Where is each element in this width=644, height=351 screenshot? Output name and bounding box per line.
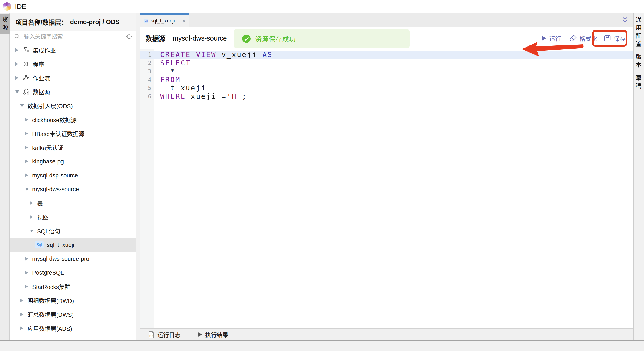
tree-item-label: 视图: [37, 213, 49, 221]
tab-close-icon[interactable]: ×: [182, 18, 186, 24]
project-layer-value: demo-proj / ODS: [70, 18, 120, 26]
code-text: *: [154, 67, 633, 76]
run-label: 运行: [549, 34, 561, 43]
code-text: WHERE xueji ='H';: [154, 92, 633, 100]
top-bar: IDE: [0, 0, 644, 13]
tree-item-kingbase-pg[interactable]: kingbase-pg: [10, 154, 136, 168]
tree-item-sql_t_xueji[interactable]: Sqlsql_t_xueji: [10, 238, 136, 252]
editor-area: Sql sql_t_xueji × 数据源 mysql-dws-source 资…: [140, 13, 634, 340]
tree-item-label: mysql-dws-source-pro: [32, 256, 89, 262]
tree-item-PostgreSQL[interactable]: PostgreSQL: [10, 266, 136, 280]
caret-right-icon[interactable]: [15, 62, 20, 66]
datasource-value[interactable]: mysql-dws-source: [173, 27, 227, 50]
tree-item-集成作业[interactable]: 集成作业: [10, 43, 136, 57]
tree-item-汇总数据层(DWS)[interactable]: 汇总数据层(DWS): [10, 308, 136, 321]
code-line-4[interactable]: 4FROM: [140, 76, 633, 84]
tree-item-kafka无认证[interactable]: kafka无认证: [10, 140, 136, 154]
tree-item-label: 明细数据层(DWD): [27, 296, 74, 305]
tree-item-mysql-dsp-source[interactable]: mysql-dsp-source: [10, 168, 136, 182]
caret-right-icon[interactable]: [20, 312, 24, 316]
editor-toolbar: 数据源 mysql-dws-source 资源保存成功 运行: [140, 27, 633, 50]
tree-item-SQL语句[interactable]: SQL语句: [10, 224, 136, 238]
caret-right-icon[interactable]: [15, 76, 20, 80]
tree-item-label: 集成作业: [33, 46, 56, 54]
tree-item-label: sql_t_xueji: [47, 242, 74, 248]
code-text: SELECT: [154, 59, 633, 67]
format-button[interactable]: 格式化: [569, 27, 598, 50]
caret-right-icon[interactable]: [25, 174, 29, 177]
log-file-icon: LOG: [147, 330, 155, 338]
app-title: IDE: [15, 2, 26, 10]
caret-down-icon[interactable]: [15, 90, 20, 94]
caret-down-icon[interactable]: [20, 104, 24, 107]
run-log-label: 运行日志: [158, 330, 180, 339]
save-button[interactable]: 保存: [604, 27, 626, 50]
bottom-strip: [0, 340, 644, 351]
gear-icon: [22, 60, 30, 68]
caret-right-icon[interactable]: [15, 48, 20, 52]
tree-item-label: 表: [37, 199, 43, 207]
caret-right-icon[interactable]: [25, 160, 29, 163]
activity-tab-resources[interactable]: 资源: [0, 14, 10, 34]
caret-right-icon[interactable]: [25, 118, 29, 122]
caret-right-icon[interactable]: [20, 298, 24, 302]
caret-right-icon[interactable]: [30, 215, 34, 219]
tree-item-明细数据层(DWD)[interactable]: 明细数据层(DWD): [10, 294, 136, 308]
collapse-double-chevron-icon[interactable]: [621, 16, 629, 24]
locate-icon[interactable]: [126, 33, 133, 40]
code-editor[interactable]: 1CREATE VIEW v_xueji AS2SELECT3 *4FROM5 …: [140, 50, 633, 328]
caret-right-icon[interactable]: [25, 146, 29, 149]
code-line-6[interactable]: 6WHERE xueji ='H';: [140, 92, 633, 100]
tree-item-label: SQL语句: [37, 227, 60, 235]
caret-down-icon[interactable]: [30, 230, 34, 232]
code-line-1[interactable]: 1CREATE VIEW v_xueji AS: [140, 50, 633, 59]
tree-item-StarRocks集群[interactable]: StarRocks集群: [10, 280, 136, 294]
side-tab-version[interactable]: 版本: [634, 54, 644, 70]
tree-item-mysql-dws-source[interactable]: mysql-dws-source: [10, 182, 136, 196]
code-text: CREATE VIEW v_xueji AS: [154, 50, 633, 59]
code-line-5[interactable]: 5 t_xueji: [140, 84, 633, 92]
tab-label: sql_t_xueji: [151, 18, 175, 24]
tree-item-作业流[interactable]: 作业流: [10, 71, 136, 85]
tree-item-label: 汇总数据层(DWS): [27, 310, 74, 318]
sql-file-icon: Sql: [144, 19, 148, 23]
tree-item-数据引入层(ODS)[interactable]: 数据引入层(ODS): [10, 99, 136, 113]
run-button[interactable]: 运行: [541, 27, 561, 50]
tree-item-label: 数据引入层(ODS): [27, 102, 73, 110]
caret-right-icon[interactable]: [25, 271, 29, 274]
tree-item-视图[interactable]: 视图: [10, 210, 136, 224]
caret-right-icon[interactable]: [20, 326, 24, 330]
tree-item-表[interactable]: 表: [10, 196, 136, 210]
side-tab-draft[interactable]: 草稿: [634, 75, 644, 91]
caret-down-icon[interactable]: [25, 188, 29, 191]
tree-item-HBase带认证数据源[interactable]: HBase带认证数据源: [10, 126, 136, 140]
code-line-3[interactable]: 3 *: [140, 67, 633, 76]
caret-right-icon[interactable]: [25, 257, 29, 260]
datasource-icon: [22, 88, 30, 96]
code-line-2[interactable]: 2SELECT: [140, 59, 633, 67]
exec-result-tab[interactable]: 执行结果: [197, 330, 228, 339]
line-number: 2: [140, 59, 154, 67]
side-separator: [635, 92, 642, 92]
caret-right-icon[interactable]: [30, 201, 34, 205]
line-number: 5: [140, 84, 154, 92]
caret-right-icon[interactable]: [25, 132, 29, 136]
run-log-tab[interactable]: LOG 运行日志: [147, 330, 180, 339]
integration-icon: [22, 46, 30, 54]
tree-item-程序[interactable]: 程序: [10, 57, 136, 71]
tree-item-clickhouse数据源[interactable]: clickhouse数据源: [10, 113, 136, 126]
result-play-icon: [197, 332, 203, 338]
side-tab-general-config[interactable]: 通用配置: [634, 16, 644, 49]
tree-item-应用数据层(ADS)[interactable]: 应用数据层(ADS): [10, 321, 136, 335]
caret-right-icon[interactable]: [25, 285, 29, 288]
side-separator: [635, 49, 642, 50]
tree-item-数据源[interactable]: 数据源: [10, 85, 136, 99]
search-input[interactable]: [24, 33, 126, 40]
success-check-icon: [242, 34, 250, 43]
tab-sql-t-xueji[interactable]: Sql sql_t_xueji ×: [140, 13, 190, 27]
search-icon: [14, 33, 21, 40]
tree-item-label: kafka无认证: [32, 143, 64, 152]
tree-item-mysql-dws-source-pro[interactable]: mysql-dws-source-pro: [10, 252, 136, 266]
toast-text: 资源保存成功: [255, 34, 296, 44]
tree-item-label: PostgreSQL: [32, 270, 64, 276]
